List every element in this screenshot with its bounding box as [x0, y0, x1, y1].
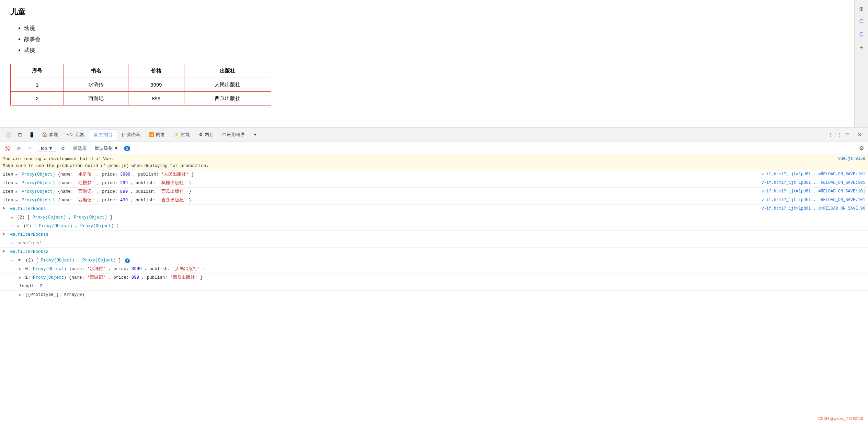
cell-1-2: 899: [128, 92, 184, 105]
level-dropdown[interactable]: 默认级别 ▼: [92, 145, 121, 152]
console-line-item-3: item ▶ Proxy(Object) {name: '西厢记' , pric…: [0, 196, 868, 205]
vue-warning-text: You are running a development build of V…: [3, 156, 835, 169]
filter-label: 筛选器: [73, 146, 87, 151]
elements-tab-label: 元素: [75, 132, 84, 138]
tab-console[interactable]: ▤ 控制台: [89, 129, 117, 140]
page-title: 儿童: [10, 7, 858, 17]
expand-proxy-2[interactable]: ▶: [18, 224, 20, 228]
col-header-0: 序号: [11, 64, 64, 78]
tab-sources[interactable]: {} 源代码: [118, 129, 144, 140]
tab-elements[interactable]: </> 元素: [63, 129, 88, 140]
filter-bookss-arrow[interactable]: [3, 232, 5, 236]
application-tab-label: 应用程序: [227, 132, 245, 138]
error-badge: 5: [124, 146, 130, 151]
cell-0-1: 水浒传: [64, 78, 128, 92]
console-toolbar: 🚫 ⊘ □ top ▼ ⚙ 筛选器 默认级别 ▼ 5 ⚙: [0, 142, 868, 155]
cell-0-3: 人民出版社: [184, 78, 271, 92]
item-0-link[interactable]: v-if.html?_ijt=lpd6l...=RELOAD_ON_SAVE:1…: [762, 171, 865, 178]
list-item-2: 武侠: [24, 45, 858, 56]
console-line-filter-bookss[interactable]: vm.filterBookss: [0, 231, 868, 239]
expand-icon-2[interactable]: ▶: [16, 190, 18, 194]
application-tab-icon: □: [222, 132, 225, 137]
sidebar-icon-3[interactable]: C: [856, 30, 867, 40]
devtools-tabbar: ⬜ ⊡ 📱 🏠 欢迎 </> 元素 ▤ 控制台 {} 源代码 📶 网络 ⚡ 性能…: [0, 127, 868, 142]
filter-books-arrow[interactable]: [3, 207, 5, 210]
context-dropdown[interactable]: top ▼: [38, 145, 56, 152]
inspect-icon[interactable]: ⊡: [14, 129, 25, 140]
console-line-length: length: 2: [0, 282, 868, 291]
console-line-filter-books2[interactable]: vm.filterBooks2: [0, 248, 868, 256]
sources-tab-label: 源代码: [126, 132, 140, 138]
item-2-link[interactable]: v-if.html?_ijt=lpd6l...=RELOAD_ON_SAVE:1…: [762, 188, 865, 195]
close-devtools-icon[interactable]: ✕: [854, 129, 865, 140]
tab-welcome[interactable]: 🏠 欢迎: [38, 129, 62, 140]
settings-btn2[interactable]: ⚙: [59, 144, 68, 153]
col-header-3: 出版社: [184, 64, 271, 78]
context-label: top: [41, 146, 47, 151]
memory-tab-icon: ⚙: [199, 132, 203, 137]
console-line-vue-warning: You are running a development build of V…: [0, 155, 868, 170]
sources-tab-icon: {}: [122, 132, 125, 137]
tab-network[interactable]: 📶 网络: [145, 129, 169, 140]
filter-toggle-btn[interactable]: ⊘: [14, 144, 23, 153]
right-sidebar: ⊕ C C +: [854, 0, 868, 127]
sidebar-icon-1[interactable]: ⊕: [856, 3, 867, 14]
col-header-2: 价格: [128, 64, 184, 78]
expand-icon-3[interactable]: ▶: [16, 199, 18, 202]
console-settings-icon[interactable]: ⚙: [858, 144, 865, 153]
console-line-item-2: item ▶ Proxy(Object) {name: '西游记' , pric…: [0, 188, 868, 196]
help-icon[interactable]: ?: [842, 129, 853, 140]
col-header-1: 书名: [64, 64, 128, 78]
vue-warning-link[interactable]: vue.js:9358: [838, 156, 865, 162]
console-tab-icon: ▤: [93, 132, 98, 137]
tab-application[interactable]: □ 应用程序: [218, 129, 249, 140]
live-expression-btn[interactable]: □: [26, 144, 35, 153]
tab-memory[interactable]: ⚙ 内存: [195, 129, 218, 140]
level-label: 默认级别: [95, 145, 113, 152]
console-tab-label: 控制台: [99, 132, 113, 138]
devtools-right-controls: ⋮⋮⋮ ? ✕: [830, 129, 865, 140]
list-item-0: 动漫: [24, 23, 858, 34]
expand-index-1[interactable]: ▶: [19, 276, 21, 280]
level-arrow-icon: ▼: [114, 146, 118, 151]
preview-area: 儿童 动漫 故事会 武侠 序号 书名 价格 出版社 1 水浒传 3999 人民出…: [0, 0, 868, 127]
elements-tab-icon: </>: [67, 132, 73, 137]
expand-proxy-1[interactable]: ▶: [11, 216, 13, 220]
filter-books2-arrow[interactable]: [3, 249, 5, 253]
console-line-item-1: item ▶ Proxy(Object) {name: '红楼梦' , pric…: [0, 179, 868, 188]
network-tab-label: 网络: [156, 132, 165, 138]
cell-1-3: 西瓜出版社: [184, 92, 271, 105]
list-item-1: 故事会: [24, 34, 858, 45]
dock-icon[interactable]: ⬜: [3, 129, 14, 140]
item-3-link[interactable]: v-if.html?_ijt=lpd6l...=RELOAD_ON_SAVE:1…: [762, 197, 865, 203]
filter-books-link[interactable]: v-if.html?_ijt=lpd6l...d=RELOAD_ON_SAVE:…: [762, 205, 865, 212]
memory-tab-label: 内存: [205, 132, 214, 138]
tab-add[interactable]: +: [250, 129, 261, 140]
performance-tab-label: 性能: [181, 132, 190, 138]
add-tab-label: +: [254, 132, 256, 137]
expand-icon-1[interactable]: ▶: [16, 181, 18, 185]
more-options-icon[interactable]: ⋮⋮⋮: [830, 129, 841, 140]
item-1-link[interactable]: v-if.html?_ijt=lpd6l...=RELOAD_ON_SAVE:1…: [762, 180, 865, 186]
clear-console-btn[interactable]: 🚫: [3, 144, 12, 153]
device-icon[interactable]: 📱: [26, 129, 37, 140]
cell-1-0: 2: [11, 92, 64, 105]
console-output[interactable]: You are running a development build of V…: [0, 155, 868, 424]
filter-btn[interactable]: 筛选器: [70, 145, 89, 152]
bullet-list: 动漫 故事会 武侠: [10, 23, 858, 56]
console-line-filter-books[interactable]: vm.filterBooks v-if.html?_ijt=lpd6l...d=…: [0, 205, 868, 213]
console-line-index-1: ▶ 1: Proxy(Object) {name: '西游记' , price:…: [0, 274, 868, 282]
expand-icon-0[interactable]: ▶: [16, 173, 18, 177]
expand-index-0[interactable]: ▶: [19, 267, 21, 271]
table-row-0: 1 水浒传 3999 人民出版社: [11, 78, 271, 92]
expand-down-arrow[interactable]: [18, 259, 21, 261]
welcome-tab-label: 欢迎: [49, 132, 58, 138]
console-line-index-0: ▶ 0: Proxy(Object) {name: '水浒传' , price:…: [0, 265, 868, 274]
console-line-proxy-array-1: ▶ (2) [ Proxy(Object) , Proxy(Object) ]: [0, 213, 868, 222]
expand-prototype[interactable]: ▶: [19, 293, 21, 297]
sidebar-icon-4[interactable]: +: [856, 43, 867, 53]
tab-performance[interactable]: ⚡ 性能: [170, 129, 194, 140]
welcome-tab-icon: 🏠: [42, 132, 47, 137]
console-line-prototype: ▶ [[Prototype]]: Array(0): [0, 291, 868, 299]
sidebar-icon-2[interactable]: C: [856, 16, 867, 27]
